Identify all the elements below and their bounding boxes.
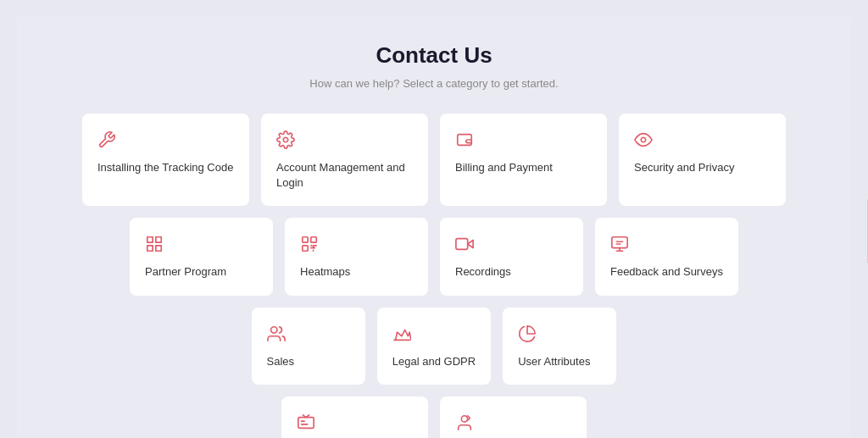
svg-point-14	[461, 416, 467, 422]
video-icon	[455, 235, 474, 256]
card-label-billing: Billing and Payment	[455, 160, 553, 175]
card-label-installing: Installing the Tracking Code	[97, 160, 233, 175]
users-icon	[267, 324, 286, 346]
card-label-legal: Legal and GDPR	[392, 354, 476, 369]
card-security-privacy[interactable]: Security and Privacy	[619, 114, 786, 206]
svg-rect-7	[311, 237, 316, 242]
invoice-icon	[297, 413, 315, 435]
card-label-feedback-surveys: Feedback and Surveys	[610, 264, 723, 280]
svg-rect-10	[456, 239, 468, 250]
wallet-icon	[455, 130, 474, 152]
crown-icon	[392, 324, 411, 346]
svg-rect-3	[156, 237, 161, 242]
card-account-management[interactable]: Account Management and Login	[261, 114, 428, 206]
heatmap-icon	[300, 235, 319, 256]
eye-icon	[634, 130, 653, 152]
page-title: Contact Us	[34, 42, 834, 69]
card-billing-payment[interactable]: Billing and Payment	[440, 114, 607, 206]
card-label-account: Account Management and Login	[276, 160, 413, 191]
row-2: Partner Program Heatmaps	[130, 218, 738, 295]
card-partner-program[interactable]: Partner Program	[130, 218, 273, 295]
pie-icon	[518, 324, 537, 346]
card-change-account[interactable]: Change Account Owner	[440, 396, 587, 438]
svg-point-12	[270, 326, 276, 332]
row-4: Annual Invoice Request Change Account Ow…	[281, 396, 587, 438]
main-container: Contact Us How can we help? Select a cat…	[17, 17, 851, 438]
wrench-icon	[97, 130, 116, 152]
card-label-recordings: Recordings	[455, 264, 511, 280]
svg-rect-5	[156, 246, 161, 251]
card-legal-gdpr[interactable]: Legal and GDPR	[377, 308, 491, 385]
subtitle: How can we help? Select a category to ge…	[34, 77, 834, 90]
svg-rect-11	[612, 237, 627, 248]
feedback-wrapper: Feedback	[804, 208, 868, 231]
svg-rect-13	[298, 417, 314, 428]
svg-point-1	[641, 137, 646, 142]
row-1: Installing the Tracking Code Account Man…	[82, 114, 786, 206]
card-user-attributes[interactable]: User Attributes	[503, 308, 616, 385]
account-change-icon	[455, 413, 474, 435]
card-sales[interactable]: Sales	[252, 308, 365, 385]
card-recordings[interactable]: Recordings	[440, 218, 583, 295]
card-heatmaps[interactable]: Heatmaps	[285, 218, 428, 295]
card-label-security: Security and Privacy	[634, 160, 735, 175]
settings-icon	[276, 130, 295, 152]
card-label-sales: Sales	[267, 354, 295, 369]
svg-rect-6	[303, 237, 308, 242]
card-annual-invoice[interactable]: Annual Invoice Request	[281, 396, 428, 438]
categories-grid: Installing the Tracking Code Account Man…	[82, 114, 786, 438]
feedback-icon	[610, 235, 629, 256]
card-feedback-surveys[interactable]: Feedback and Surveys	[595, 218, 738, 295]
grid-icon	[145, 235, 164, 256]
card-label-heatmaps: Heatmaps	[300, 264, 350, 280]
svg-rect-2	[147, 237, 153, 242]
card-label-partner: Partner Program	[145, 264, 226, 280]
svg-marker-9	[468, 241, 473, 248]
svg-rect-4	[147, 246, 153, 251]
row-3: Sales Legal and GDPR Us	[252, 308, 617, 385]
card-installing-tracking[interactable]: Installing the Tracking Code	[82, 114, 249, 206]
card-label-user-attributes: User Attributes	[518, 354, 590, 369]
svg-rect-8	[303, 246, 308, 251]
svg-point-0	[283, 137, 288, 142]
